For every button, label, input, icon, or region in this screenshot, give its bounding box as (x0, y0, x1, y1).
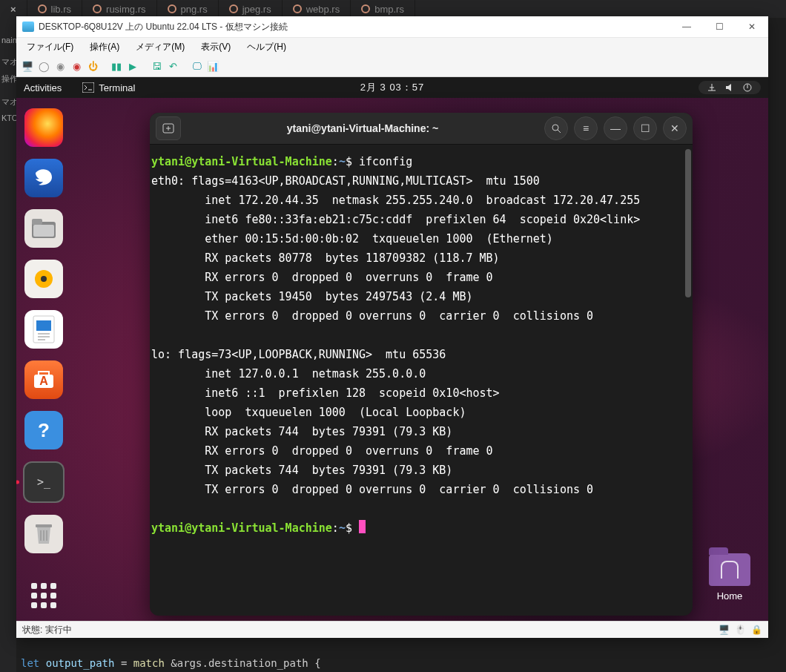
status-display-icon[interactable]: 🖥️ (718, 624, 730, 636)
editor-tab[interactable]: bmp.rs (351, 0, 415, 18)
svg-rect-4 (33, 225, 54, 237)
dock-files[interactable] (24, 209, 63, 248)
activities-button[interactable]: Activities (24, 82, 62, 93)
vm-status-text: 状態: 実行中 (22, 624, 72, 636)
vm-title: DESKTOP-6Q8U12V 上の Ubuntu 22.04 LTS - 仮想… (39, 21, 670, 33)
start-icon[interactable]: ▶ (126, 59, 139, 73)
gnome-dock: A ? (16, 98, 71, 621)
enhanced-icon[interactable]: 🖵 (190, 59, 203, 73)
new-tab-button[interactable] (156, 116, 181, 140)
close-button[interactable]: ✕ (736, 16, 768, 37)
clock[interactable]: 2月 3 03：57 (360, 81, 425, 94)
power-icon (742, 82, 753, 93)
dock-software[interactable]: A (24, 360, 63, 399)
menu-help[interactable]: ヘルプ(H) (240, 39, 294, 55)
vm-icon (22, 22, 34, 32)
gnome-topbar: Activities Terminal 2月 3 03：57 (16, 77, 768, 98)
system-tray[interactable] (699, 81, 761, 94)
svg-rect-11 (36, 524, 52, 527)
svg-point-13 (552, 125, 558, 131)
volume-icon (724, 82, 736, 93)
checkpoint-icon[interactable]: 🖫 (150, 59, 163, 73)
editor-tab[interactable]: lib.rs (27, 0, 82, 18)
ctrl-alt-del-icon[interactable]: 🖥️ (21, 59, 34, 73)
status-lock-icon[interactable]: 🔒 (750, 624, 762, 636)
status-mouse-icon[interactable]: 🖱️ (734, 624, 746, 636)
minimize-button[interactable]: — (670, 16, 703, 37)
dock-help[interactable]: ? (24, 411, 63, 449)
dock-firefox[interactable] (24, 108, 63, 147)
vm-titlebar[interactable]: DESKTOP-6Q8U12V 上の Ubuntu 22.04 LTS - 仮想… (16, 16, 768, 38)
menu-file[interactable]: ファイル(F) (19, 39, 81, 55)
terminal-minimize[interactable]: — (604, 116, 627, 140)
terminal-scrollbar[interactable] (685, 149, 691, 297)
menu-button[interactable]: ≡ (574, 116, 598, 140)
svg-text:A: A (39, 375, 48, 387)
turnoff-icon[interactable]: ◉ (70, 59, 83, 73)
terminal-output: ytani@ytani-Virtual-Machine:~$ ifconfig … (150, 152, 690, 538)
dock-rhythmbox[interactable] (24, 260, 63, 298)
menu-media[interactable]: メディア(M) (128, 39, 192, 55)
editor-sidebar: nain マオ操作 マオ KTO (0, 18, 16, 672)
reset-icon[interactable]: ⏻ (86, 59, 99, 73)
network-icon (706, 82, 718, 93)
vm-menubar: ファイル(F) 操作(A) メディア(M) 表示(V) ヘルプ(H) (16, 38, 768, 56)
shutdown-icon[interactable]: ◉ (53, 59, 67, 73)
dock-show-apps[interactable] (29, 581, 59, 610)
dock-libreoffice[interactable] (24, 310, 63, 349)
cursor (359, 520, 366, 533)
search-button[interactable] (544, 116, 568, 140)
editor-tab[interactable]: png.rs (157, 0, 219, 18)
editor-tab[interactable]: rusimg.rs (82, 0, 156, 18)
terminal-body[interactable]: ytani@ytani-Virtual-Machine:~$ ifconfig … (150, 145, 693, 616)
terminal-icon (82, 82, 94, 93)
desktop-home-folder[interactable]: Home (709, 553, 750, 602)
terminal-window: ytani@ytani-Virtual-Machine: ~ ≡ — ☐ ✕ y… (150, 113, 693, 616)
svg-rect-8 (36, 320, 51, 331)
editor-tabs: × lib.rs rusimg.rs png.rs jpeg.rs webp.r… (0, 0, 786, 18)
dock-trash[interactable] (24, 515, 63, 553)
terminal-close[interactable]: ✕ (663, 116, 687, 140)
menu-action[interactable]: 操作(A) (82, 39, 127, 55)
topbar-app[interactable]: Terminal (82, 82, 135, 93)
stop-icon[interactable]: ◯ (37, 59, 50, 73)
gnome-desktop[interactable]: Activities Terminal 2月 3 03：57 (16, 77, 768, 621)
terminal-header[interactable]: ytani@ytani-Virtual-Machine: ~ ≡ — ☐ ✕ (150, 113, 693, 145)
vm-toolbar: 🖥️ ◯ ◉ ◉ ⏻ ▮▮ ▶ 🖫 ↶ 🖵 📊 (16, 56, 768, 77)
menu-view[interactable]: 表示(V) (194, 39, 238, 55)
editor-tab-close[interactable]: × (0, 0, 27, 18)
dock-terminal[interactable] (23, 461, 65, 503)
editor-tab[interactable]: jpeg.rs (219, 0, 283, 18)
svg-rect-0 (82, 82, 94, 93)
editor-code-line: let output_path = match &args.destinatio… (16, 657, 786, 672)
svg-rect-3 (32, 219, 42, 225)
terminal-title: ytani@ytani-Virtual-Machine: ~ (187, 122, 538, 134)
vm-statusbar: 状態: 実行中 🖥️ 🖱️ 🔒 (16, 621, 768, 638)
dock-thunderbird[interactable] (24, 159, 63, 197)
editor-tab[interactable]: webp.rs (283, 0, 351, 18)
pause-icon[interactable]: ▮▮ (110, 59, 123, 73)
terminal-maximize[interactable]: ☐ (633, 116, 657, 140)
share-icon[interactable]: 📊 (206, 59, 219, 73)
vm-window: DESKTOP-6Q8U12V 上の Ubuntu 22.04 LTS - 仮想… (16, 16, 768, 638)
maximize-button[interactable]: ☐ (703, 16, 736, 37)
revert-icon[interactable]: ↶ (166, 59, 179, 73)
svg-point-6 (41, 276, 47, 282)
